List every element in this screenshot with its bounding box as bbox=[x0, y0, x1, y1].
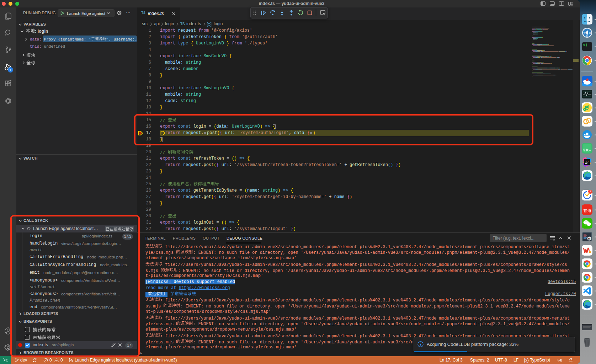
svg-text:S: S bbox=[586, 35, 588, 37]
svg-text:E: E bbox=[589, 32, 591, 34]
svg-text:IJ: IJ bbox=[585, 160, 589, 163]
svg-text:$: $ bbox=[583, 44, 585, 47]
svg-text:M: M bbox=[588, 237, 591, 240]
svg-text:W: W bbox=[584, 32, 586, 34]
